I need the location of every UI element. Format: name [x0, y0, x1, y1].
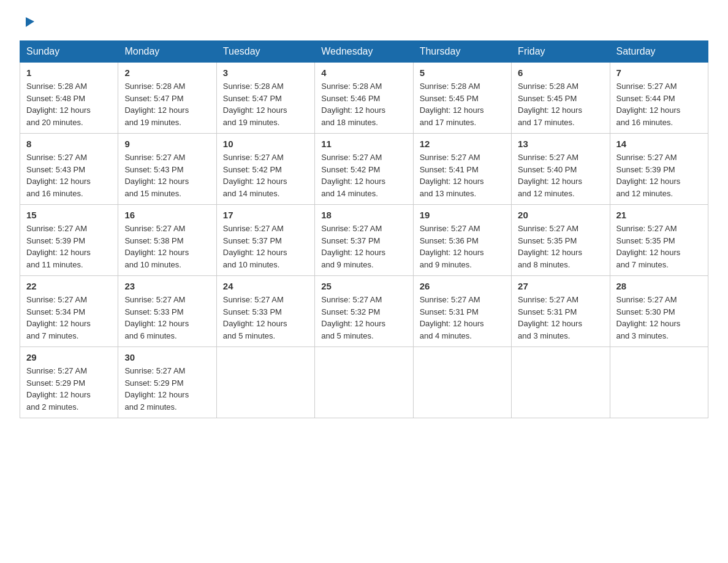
- calendar-cell: 1 Sunrise: 5:28 AM Sunset: 5:48 PM Dayli…: [20, 63, 118, 134]
- calendar-cell: 2 Sunrise: 5:28 AM Sunset: 5:47 PM Dayli…: [118, 63, 216, 134]
- day-info: Sunrise: 5:28 AM Sunset: 5:45 PM Dayligh…: [518, 80, 603, 128]
- day-info: Sunrise: 5:28 AM Sunset: 5:46 PM Dayligh…: [321, 80, 406, 128]
- day-info: Sunrise: 5:28 AM Sunset: 5:47 PM Dayligh…: [124, 80, 210, 128]
- day-info: Sunrise: 5:27 AM Sunset: 5:30 PM Dayligh…: [616, 294, 702, 342]
- calendar-cell: 7 Sunrise: 5:27 AM Sunset: 5:44 PM Dayli…: [610, 63, 708, 134]
- day-info: Sunrise: 5:27 AM Sunset: 5:29 PM Dayligh…: [124, 365, 210, 413]
- day-number: 6: [518, 67, 603, 78]
- day-number: 29: [26, 352, 112, 362]
- calendar-cell: [512, 347, 610, 418]
- calendar-cell: 5 Sunrise: 5:28 AM Sunset: 5:45 PM Dayli…: [413, 63, 511, 134]
- day-info: Sunrise: 5:28 AM Sunset: 5:45 PM Dayligh…: [420, 80, 505, 128]
- calendar-week-3: 15 Sunrise: 5:27 AM Sunset: 5:39 PM Dayl…: [20, 205, 708, 276]
- calendar-cell: 9 Sunrise: 5:27 AM Sunset: 5:43 PM Dayli…: [118, 134, 216, 205]
- day-info: Sunrise: 5:27 AM Sunset: 5:39 PM Dayligh…: [616, 151, 702, 199]
- day-info: Sunrise: 5:27 AM Sunset: 5:43 PM Dayligh…: [124, 151, 210, 199]
- calendar-cell: 30 Sunrise: 5:27 AM Sunset: 5:29 PM Dayl…: [118, 347, 216, 418]
- day-number: 9: [124, 139, 210, 149]
- day-info: Sunrise: 5:27 AM Sunset: 5:31 PM Dayligh…: [518, 294, 603, 342]
- day-info: Sunrise: 5:27 AM Sunset: 5:34 PM Dayligh…: [26, 294, 112, 342]
- day-number: 3: [223, 67, 308, 78]
- calendar-week-1: 1 Sunrise: 5:28 AM Sunset: 5:48 PM Dayli…: [20, 63, 708, 134]
- day-number: 19: [420, 210, 505, 220]
- day-number: 15: [26, 210, 112, 220]
- day-number: 13: [518, 139, 603, 149]
- day-info: Sunrise: 5:27 AM Sunset: 5:31 PM Dayligh…: [420, 294, 505, 342]
- calendar-cell: 8 Sunrise: 5:27 AM Sunset: 5:43 PM Dayli…: [20, 134, 118, 205]
- calendar-cell: 13 Sunrise: 5:27 AM Sunset: 5:40 PM Dayl…: [512, 134, 610, 205]
- day-info: Sunrise: 5:27 AM Sunset: 5:35 PM Dayligh…: [518, 223, 603, 270]
- day-info: Sunrise: 5:27 AM Sunset: 5:33 PM Dayligh…: [223, 294, 308, 342]
- calendar-cell: 4 Sunrise: 5:28 AM Sunset: 5:46 PM Dayli…: [315, 63, 413, 134]
- calendar-cell: [413, 347, 511, 418]
- calendar-cell: 27 Sunrise: 5:27 AM Sunset: 5:31 PM Dayl…: [512, 276, 610, 347]
- svg-marker-0: [26, 17, 34, 27]
- day-number: 16: [124, 210, 210, 220]
- calendar-cell: 23 Sunrise: 5:27 AM Sunset: 5:33 PM Dayl…: [118, 276, 216, 347]
- day-number: 12: [420, 139, 505, 149]
- day-number: 14: [616, 139, 702, 149]
- calendar-cell: 15 Sunrise: 5:27 AM Sunset: 5:39 PM Dayl…: [20, 205, 118, 276]
- calendar-cell: 21 Sunrise: 5:27 AM Sunset: 5:35 PM Dayl…: [610, 205, 708, 276]
- weekday-header-thursday: Thursday: [413, 41, 511, 63]
- day-number: 28: [616, 281, 702, 291]
- day-info: Sunrise: 5:27 AM Sunset: 5:43 PM Dayligh…: [26, 151, 112, 199]
- day-info: Sunrise: 5:27 AM Sunset: 5:42 PM Dayligh…: [223, 151, 308, 199]
- day-info: Sunrise: 5:27 AM Sunset: 5:35 PM Dayligh…: [616, 223, 702, 270]
- calendar-cell: 18 Sunrise: 5:27 AM Sunset: 5:37 PM Dayl…: [315, 205, 413, 276]
- calendar-cell: 29 Sunrise: 5:27 AM Sunset: 5:29 PM Dayl…: [20, 347, 118, 418]
- calendar-cell: 12 Sunrise: 5:27 AM Sunset: 5:41 PM Dayl…: [413, 134, 511, 205]
- calendar-week-2: 8 Sunrise: 5:27 AM Sunset: 5:43 PM Dayli…: [20, 134, 708, 205]
- day-number: 27: [518, 281, 603, 291]
- day-info: Sunrise: 5:27 AM Sunset: 5:33 PM Dayligh…: [124, 294, 210, 342]
- day-number: 25: [321, 281, 406, 291]
- day-info: Sunrise: 5:27 AM Sunset: 5:39 PM Dayligh…: [26, 223, 112, 270]
- calendar-cell: 20 Sunrise: 5:27 AM Sunset: 5:35 PM Dayl…: [512, 205, 610, 276]
- calendar-cell: 14 Sunrise: 5:27 AM Sunset: 5:39 PM Dayl…: [610, 134, 708, 205]
- calendar-cell: [216, 347, 314, 418]
- day-number: 10: [223, 139, 308, 149]
- calendar-table: SundayMondayTuesdayWednesdayThursdayFrid…: [20, 40, 708, 418]
- day-number: 30: [124, 352, 210, 362]
- day-number: 17: [223, 210, 308, 220]
- weekday-header-monday: Monday: [118, 41, 216, 63]
- calendar-cell: 28 Sunrise: 5:27 AM Sunset: 5:30 PM Dayl…: [610, 276, 708, 347]
- calendar-week-4: 22 Sunrise: 5:27 AM Sunset: 5:34 PM Dayl…: [20, 276, 708, 347]
- day-number: 18: [321, 210, 406, 220]
- day-number: 1: [26, 67, 112, 78]
- day-info: Sunrise: 5:27 AM Sunset: 5:37 PM Dayligh…: [223, 223, 308, 270]
- weekday-header-friday: Friday: [512, 41, 610, 63]
- day-number: 5: [420, 67, 505, 78]
- calendar-cell: 25 Sunrise: 5:27 AM Sunset: 5:32 PM Dayl…: [315, 276, 413, 347]
- calendar-cell: 22 Sunrise: 5:27 AM Sunset: 5:34 PM Dayl…: [20, 276, 118, 347]
- calendar-cell: [315, 347, 413, 418]
- calendar-header-row: SundayMondayTuesdayWednesdayThursdayFrid…: [20, 41, 708, 63]
- day-number: 4: [321, 67, 406, 78]
- day-number: 26: [420, 281, 505, 291]
- day-number: 21: [616, 210, 702, 220]
- logo: [20, 15, 36, 31]
- day-number: 8: [26, 139, 112, 149]
- day-info: Sunrise: 5:27 AM Sunset: 5:41 PM Dayligh…: [420, 151, 505, 199]
- weekday-header-tuesday: Tuesday: [216, 41, 314, 63]
- day-info: Sunrise: 5:27 AM Sunset: 5:32 PM Dayligh…: [321, 294, 406, 342]
- day-number: 7: [616, 67, 702, 78]
- calendar-cell: 19 Sunrise: 5:27 AM Sunset: 5:36 PM Dayl…: [413, 205, 511, 276]
- day-number: 20: [518, 210, 603, 220]
- day-info: Sunrise: 5:27 AM Sunset: 5:42 PM Dayligh…: [321, 151, 406, 199]
- day-number: 22: [26, 281, 112, 291]
- page-header: [20, 15, 708, 31]
- calendar-cell: 17 Sunrise: 5:27 AM Sunset: 5:37 PM Dayl…: [216, 205, 314, 276]
- calendar-cell: [610, 347, 708, 418]
- weekday-header-wednesday: Wednesday: [315, 41, 413, 63]
- calendar-cell: 3 Sunrise: 5:28 AM Sunset: 5:47 PM Dayli…: [216, 63, 314, 134]
- day-info: Sunrise: 5:27 AM Sunset: 5:37 PM Dayligh…: [321, 223, 406, 270]
- day-info: Sunrise: 5:28 AM Sunset: 5:48 PM Dayligh…: [26, 80, 112, 128]
- day-info: Sunrise: 5:27 AM Sunset: 5:40 PM Dayligh…: [518, 151, 603, 199]
- calendar-cell: 10 Sunrise: 5:27 AM Sunset: 5:42 PM Dayl…: [216, 134, 314, 205]
- calendar-cell: 11 Sunrise: 5:27 AM Sunset: 5:42 PM Dayl…: [315, 134, 413, 205]
- day-info: Sunrise: 5:27 AM Sunset: 5:36 PM Dayligh…: [420, 223, 505, 270]
- calendar-cell: 26 Sunrise: 5:27 AM Sunset: 5:31 PM Dayl…: [413, 276, 511, 347]
- day-info: Sunrise: 5:27 AM Sunset: 5:29 PM Dayligh…: [26, 365, 112, 413]
- day-number: 2: [124, 67, 210, 78]
